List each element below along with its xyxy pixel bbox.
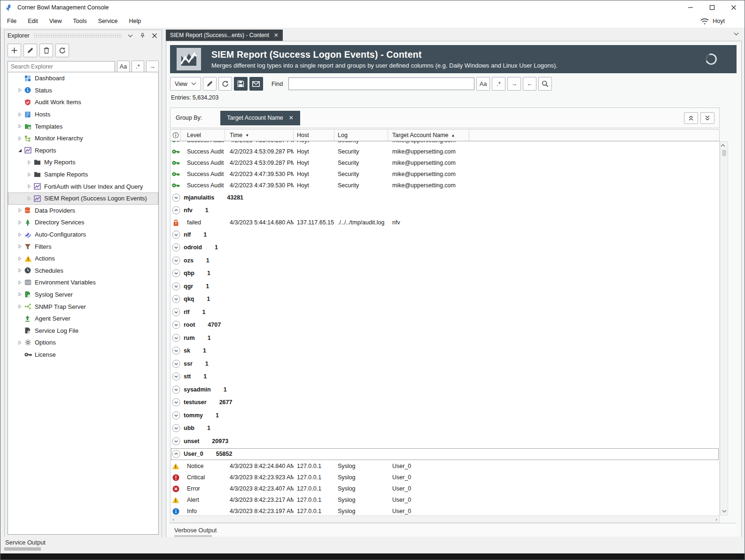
find-input[interactable] [288, 77, 474, 90]
tree-expander-icon[interactable] [24, 172, 34, 177]
chip-remove-icon[interactable]: ✕ [289, 115, 294, 121]
group-row-qkq[interactable]: qkq1 [171, 293, 719, 306]
expand-group-icon[interactable] [172, 282, 180, 291]
service-output-label[interactable]: Service Output [5, 539, 46, 546]
tree-expander-icon[interactable] [15, 244, 24, 249]
expand-group-icon[interactable] [172, 372, 180, 381]
tree-expander-icon[interactable] [15, 147, 24, 153]
expand-group-icon[interactable] [172, 346, 180, 355]
tree-expander-icon[interactable] [15, 256, 24, 261]
tree-expander-icon[interactable] [15, 232, 24, 238]
expand-group-icon[interactable] [172, 321, 180, 329]
group-row-odroid[interactable]: odroid1 [171, 241, 719, 254]
tab-close-icon[interactable]: ✕ [274, 32, 279, 38]
tree-expander-icon[interactable] [15, 112, 24, 117]
group-row-ozs[interactable]: ozs1 [171, 254, 719, 267]
menu-edit[interactable]: Edit [23, 16, 43, 26]
explorer-close-button[interactable] [150, 31, 159, 40]
menu-tools[interactable]: Tools [69, 16, 92, 26]
expand-all-button[interactable] [700, 112, 714, 124]
menu-service[interactable]: Service [93, 16, 123, 26]
group-row-nlf[interactable]: nlf1 [171, 228, 719, 241]
find-next-button[interactable]: → [507, 77, 521, 91]
tree-expander-icon[interactable] [15, 207, 24, 213]
tab-siem-report[interactable]: SIEM Report (Success...ents) - Content ✕ [166, 30, 283, 41]
find-search-button[interactable] [538, 77, 552, 91]
group-row-sysadmin[interactable]: sysadmin1 [171, 383, 719, 396]
menu-view[interactable]: View [45, 16, 67, 26]
close-button[interactable] [723, 1, 745, 14]
sidebar-item-service-log-file[interactable]: Service Log File [8, 324, 158, 337]
menu-help[interactable]: Help [124, 16, 146, 26]
match-case-button[interactable]: Aa [117, 61, 130, 72]
column-header-log[interactable]: Log [334, 130, 388, 141]
column-header-time[interactable]: Time▼ [225, 130, 294, 141]
tree-expander-icon[interactable] [15, 304, 24, 309]
explorer-menu-button[interactable] [126, 31, 134, 40]
event-row[interactable]: Critical4/3/2023 8:42:23.923 AM127.0.0.1… [171, 472, 719, 483]
expand-group-icon[interactable] [172, 230, 180, 239]
expand-group-icon[interactable] [172, 256, 180, 265]
sidebar-item-status[interactable]: Status [8, 84, 158, 97]
sidebar-item-my-reports[interactable]: My Reports [8, 156, 158, 169]
pin-button[interactable] [138, 31, 147, 40]
horizontal-scrollbar[interactable]: ‹ › [170, 515, 720, 523]
email-button[interactable] [249, 77, 263, 91]
minimize-button[interactable] [680, 1, 701, 14]
event-row[interactable]: Success Audit4/2/2023 4:53:09.287 PMHoyt… [171, 141, 719, 146]
regex-button[interactable]: .* [132, 61, 144, 72]
find-regex-button[interactable]: .* [492, 77, 505, 91]
tree-expander-icon[interactable] [15, 340, 24, 345]
column-header-host[interactable]: Host [294, 130, 334, 141]
sidebar-item-license[interactable]: License [8, 349, 158, 361]
panel-grip[interactable] [33, 34, 122, 38]
tree-expander-icon[interactable] [15, 292, 24, 297]
sidebar-item-reports[interactable]: Reports [8, 145, 158, 157]
sidebar-item-directory-services[interactable]: Directory Services [8, 216, 158, 229]
event-row[interactable]: Success Audit4/2/2023 4:47:39.530 PMHoyt… [171, 169, 719, 180]
tree-expander-icon[interactable] [24, 184, 34, 189]
group-row-qgr[interactable]: qgr1 [171, 280, 719, 293]
group-row-rlf[interactable]: rlf1 [171, 306, 719, 319]
group-row-ssr[interactable]: ssr1 [171, 357, 719, 370]
event-row[interactable]: Notice4/3/2023 8:42:24.840 AM127.0.0.1Sy… [171, 460, 719, 472]
group-row-ubb[interactable]: ubb1 [171, 422, 719, 435]
sidebar-item-dashboard[interactable]: Dashboard [8, 72, 158, 84]
event-row[interactable]: Info4/3/2023 8:42:23.197 AM127.0.0.1Sysl… [171, 506, 719, 515]
group-row-user_0[interactable]: User_055852 [171, 448, 719, 461]
group-row-rum[interactable]: rum1 [171, 331, 719, 345]
view-dropdown[interactable]: View [170, 77, 201, 91]
tree-expander-icon[interactable] [15, 123, 24, 129]
event-row[interactable]: Success Audit4/2/2023 4:53:09.287 PMHoyt… [171, 146, 719, 157]
event-row[interactable]: failed4/3/2023 5:44:14.680 AM137.117.65.… [171, 217, 719, 228]
expand-group-icon[interactable] [172, 360, 180, 368]
tree-expander-icon[interactable] [24, 196, 34, 201]
sidebar-item-templates[interactable]: Templates [8, 120, 158, 132]
sidebar-item-filters[interactable]: Filters [8, 240, 158, 253]
scroll-left-icon[interactable]: ‹ [172, 516, 174, 522]
vertical-scrollbar[interactable] [720, 141, 728, 515]
edit-report-button[interactable] [203, 77, 217, 91]
group-row-stt[interactable]: stt1 [171, 370, 719, 384]
expand-group-icon[interactable] [172, 424, 180, 432]
column-header-level[interactable]: Level [181, 130, 225, 141]
group-row-tommy[interactable]: tommy1 [171, 409, 719, 422]
scroll-right-icon[interactable]: › [715, 516, 717, 522]
scroll-down-icon[interactable] [721, 507, 728, 515]
collapse-group-icon[interactable] [172, 450, 180, 458]
tree-expander-icon[interactable] [24, 160, 34, 165]
sidebar-item-monitor-hierarchy[interactable]: Monitor Hierarchy [8, 132, 158, 145]
event-row[interactable]: Success Audit4/2/2023 4:53:09.287 PMHoyt… [171, 157, 719, 169]
expand-group-icon[interactable] [172, 243, 180, 252]
sidebar-item-options[interactable]: Options [8, 337, 158, 349]
group-row-root[interactable]: root4707 [171, 319, 719, 332]
sidebar-item-schedules[interactable]: Schedules [8, 265, 158, 277]
sidebar-item-agent-server[interactable]: Agent Server [8, 313, 158, 325]
expand-group-icon[interactable] [172, 295, 180, 303]
sidebar-item-audit-work-items[interactable]: Audit Work Items [8, 96, 158, 108]
info-column-header[interactable] [171, 130, 181, 141]
column-header-target-account-name[interactable]: Target Account Name▲ [388, 130, 469, 141]
sidebar-item-hosts[interactable]: Hosts [8, 108, 158, 121]
find-match-case-button[interactable]: Aa [476, 77, 490, 91]
menu-file[interactable]: File [2, 16, 21, 26]
